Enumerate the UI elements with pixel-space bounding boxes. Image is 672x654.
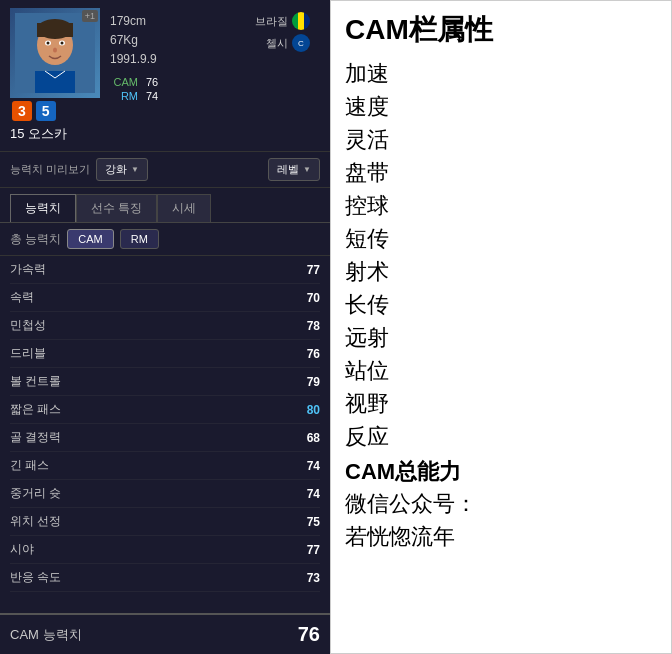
stat-row-speed: 속력 70: [10, 284, 320, 312]
stat-value-long-shot: 74: [307, 487, 320, 501]
attr-long-shot: 远射: [345, 321, 657, 354]
wechat-line2: 若恍惚流年: [345, 520, 657, 553]
stat-name-acceleration: 가속력: [10, 261, 46, 278]
stat-row-reactions: 반응 속도 73: [10, 564, 320, 592]
attr-dribbling: 盘带: [345, 156, 657, 189]
stat-value-short-pass: 80: [307, 403, 320, 417]
stat-name-reactions: 반응 속도: [10, 569, 61, 586]
stat-value-ball-control: 79: [307, 375, 320, 389]
cam-total-row: CAM 능력치 76: [0, 613, 330, 654]
level-label: 레벨: [277, 162, 299, 177]
position-ratings: CAM 76 RM 74: [110, 76, 310, 102]
svg-point-6: [47, 42, 50, 45]
player-birthdate: 1991.9.9: [110, 50, 157, 69]
stat-name-positioning: 위치 선정: [10, 513, 61, 530]
svg-rect-3: [37, 23, 73, 37]
attr-acceleration: 加速: [345, 57, 657, 90]
tab-market[interactable]: 시세: [157, 194, 211, 222]
attr-ball-control: 控球: [345, 189, 657, 222]
pos-cam-value: 76: [146, 76, 158, 88]
stat-name-dribble: 드리블: [10, 345, 46, 362]
cam-attributes-title: CAM栏属性: [345, 11, 657, 49]
player-header: +1 3 5 15 오스카 179cm 67Kg 1991.9.9 브라질: [0, 0, 330, 152]
ability-tag-rm[interactable]: RM: [120, 229, 159, 249]
cam-total-right: CAM总能力: [345, 457, 657, 487]
stat-value-dribble: 76: [307, 347, 320, 361]
stat-row-positioning: 위치 선정 75: [10, 508, 320, 536]
pos-rm-value: 74: [146, 90, 158, 102]
stat-name-ball-control: 볼 컨트롤: [10, 373, 61, 390]
jersey-number-2: 5: [36, 101, 56, 121]
attr-vision: 视野: [345, 387, 657, 420]
stat-value-agility: 78: [307, 319, 320, 333]
strengthen-arrow: ▼: [131, 165, 139, 174]
attr-shooting: 射术: [345, 255, 657, 288]
attr-positioning: 站位: [345, 354, 657, 387]
total-abilities-label: 총 능력치: [10, 231, 61, 248]
stat-row-dribble: 드리블 76: [10, 340, 320, 368]
stat-value-vision: 77: [307, 543, 320, 557]
stat-row-ball-control: 볼 컨트롤 79: [10, 368, 320, 396]
svg-point-7: [61, 42, 64, 45]
attr-agility: 灵活: [345, 123, 657, 156]
pos-rm-label: RM: [110, 90, 138, 102]
preview-label: 능력치 미리보기: [10, 162, 90, 177]
tabs-row: 능력치 선수 특징 시세: [0, 188, 330, 223]
section-controls: 능력치 미리보기 강화 ▼ 레벨 ▼: [0, 152, 330, 188]
club-label: 첼시: [266, 36, 288, 51]
stat-value-positioning: 75: [307, 515, 320, 529]
attr-long-pass: 长传: [345, 288, 657, 321]
cam-attr-list: 加速 速度 灵活 盘带 控球 短传 射术 长传 远射 站位 视野 反应: [345, 57, 657, 453]
stat-row-finishing: 골 결정력 68: [10, 424, 320, 452]
player-country: 브라질: [255, 12, 310, 30]
player-info: 179cm 67Kg 1991.9.9 브라질 첼시 C: [100, 8, 320, 106]
stat-row-acceleration: 가속력 77: [10, 256, 320, 284]
stat-name-speed: 속력: [10, 289, 34, 306]
stat-name-finishing: 골 결정력: [10, 429, 61, 446]
jersey-number-1: 3: [12, 101, 32, 121]
stat-row-long-shot: 중거리 슛 74: [10, 480, 320, 508]
stat-value-acceleration: 77: [307, 263, 320, 277]
attr-speed: 速度: [345, 90, 657, 123]
stat-name-long-shot: 중거리 슛: [10, 485, 61, 502]
strengthen-label: 강화: [105, 162, 127, 177]
left-panel: +1 3 5 15 오스카 179cm 67Kg 1991.9.9 브라질: [0, 0, 330, 654]
chelsea-badge: C: [292, 34, 310, 52]
stat-name-agility: 민첩성: [10, 317, 46, 334]
plus-badge: +1: [82, 10, 98, 22]
ability-tag-cam[interactable]: CAM: [67, 229, 113, 249]
stat-row-vision: 시야 77: [10, 536, 320, 564]
attr-short-pass: 短传: [345, 222, 657, 255]
wechat-line1: 微信公众号：: [345, 487, 657, 520]
level-dropdown[interactable]: 레벨 ▼: [268, 158, 320, 181]
pos-cam-label: CAM: [110, 76, 138, 88]
level-arrow: ▼: [303, 165, 311, 174]
stat-name-vision: 시야: [10, 541, 34, 558]
stat-name-long-pass: 긴 패스: [10, 457, 49, 474]
stat-row-short-pass: 짧은 패스 80: [10, 396, 320, 424]
country-label: 브라질: [255, 14, 288, 29]
stat-value-finishing: 68: [307, 431, 320, 445]
player-height: 179cm: [110, 12, 157, 31]
tab-abilities[interactable]: 능력치: [10, 194, 76, 222]
right-panel: CAM栏属性 加速 速度 灵活 盘带 控球 短传 射术 长传 远射 站位 视野 …: [330, 0, 672, 654]
player-club: 첼시 C: [266, 34, 310, 52]
total-abilities-row: 총 능력치 CAM RM: [0, 223, 330, 256]
brazil-flag: [292, 12, 310, 30]
stat-value-reactions: 73: [307, 571, 320, 585]
stat-row-long-pass: 긴 패스 74: [10, 452, 320, 480]
player-avatar: +1: [10, 8, 100, 98]
stat-row-agility: 민첩성 78: [10, 312, 320, 340]
stat-value-speed: 70: [307, 291, 320, 305]
tab-special[interactable]: 선수 특징: [76, 194, 157, 222]
stat-name-short-pass: 짧은 패스: [10, 401, 61, 418]
player-name: 15 오스카: [10, 125, 100, 143]
strengthen-dropdown[interactable]: 강화 ▼: [96, 158, 148, 181]
stats-list: 가속력 77 속력 70 민첩성 78 드리블 76 볼 컨트롤 79 짧은 패…: [0, 256, 330, 613]
cam-total-value: 76: [298, 623, 320, 646]
stat-value-long-pass: 74: [307, 459, 320, 473]
cam-total-label: CAM 능력치: [10, 626, 82, 644]
player-stats-text: 179cm 67Kg 1991.9.9: [110, 12, 157, 70]
attr-reactions: 反应: [345, 420, 657, 453]
svg-point-8: [53, 48, 57, 53]
